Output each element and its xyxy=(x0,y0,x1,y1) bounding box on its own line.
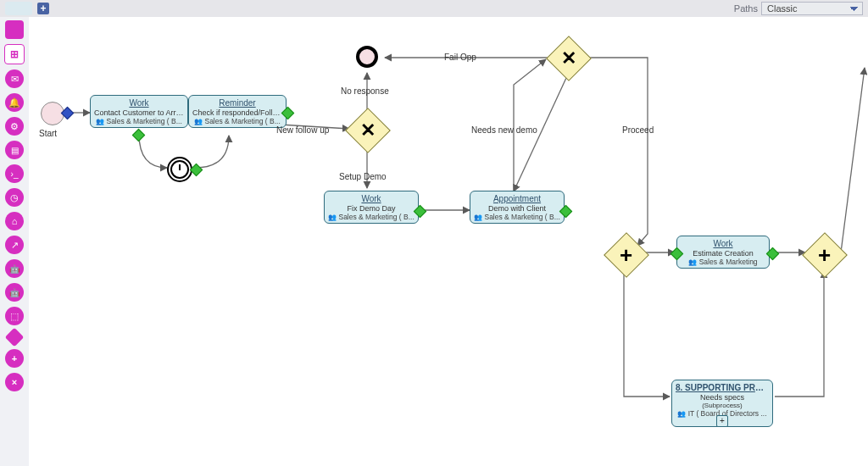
label-proceed: Proceed xyxy=(622,125,654,135)
task-lane: Sales & Marketing ( B... xyxy=(94,117,184,125)
task-supporting-subprocess[interactable]: 8. SUPPORTING PROC... Needs specs (Subpr… xyxy=(671,380,773,427)
label-needs-new-demo: Needs new demo xyxy=(471,125,537,135)
message-tool-icon[interactable]: ✉ xyxy=(5,69,24,88)
end-event-no-response[interactable] xyxy=(356,46,378,68)
task-body: Needs specs xyxy=(676,393,769,402)
parallel-gateway-in[interactable]: + xyxy=(604,232,649,278)
task-lane: Sales & Marketing ( B... xyxy=(474,213,560,221)
task-estimate[interactable]: Work Estimate Creation Sales & Marketing xyxy=(676,236,770,269)
paths-label: Paths xyxy=(734,3,758,14)
paths-select[interactable]: Classic xyxy=(761,2,863,15)
task-lane: Sales & Marketing ( B... xyxy=(192,117,282,125)
data-tool-icon[interactable]: ▤ xyxy=(5,141,24,159)
task-title: Work xyxy=(328,194,415,203)
task-body: Estimate Creation xyxy=(681,249,765,258)
task-appointment[interactable]: Appointment Demo with Client Sales & Mar… xyxy=(470,191,565,224)
canvas[interactable]: Start Work Contact Customer to Arra... S… xyxy=(29,17,868,466)
task-title: Work xyxy=(94,98,184,108)
gateway-tool-icon[interactable] xyxy=(5,328,25,347)
task-reminder[interactable]: Reminder Check if responded/Follow... Sa… xyxy=(188,95,287,128)
robot1-tool-icon[interactable]: 🤖 xyxy=(5,259,24,278)
cloud-tool-icon[interactable]: ⌂ xyxy=(5,212,24,230)
task-title: Reminder xyxy=(192,98,282,108)
label-fail-opp: Fail Opp xyxy=(444,53,476,62)
label-no-response: No response xyxy=(341,86,389,96)
gears-tool-icon[interactable]: ⚙ xyxy=(5,117,24,136)
task-sub: (Subprocess) xyxy=(676,402,769,409)
task-contact[interactable]: Work Contact Customer to Arra... Sales &… xyxy=(90,95,188,128)
assign-tool-icon[interactable]: ⬚ xyxy=(5,307,24,325)
task-body: Contact Customer to Arra... xyxy=(94,108,184,117)
add-tab-button[interactable]: + xyxy=(37,3,49,14)
task-title: Work xyxy=(681,239,765,248)
label-setup-demo: Setup Demo xyxy=(339,172,387,181)
task-lane: Sales & Marketing xyxy=(681,258,765,266)
subprocess-marker-icon: + xyxy=(716,415,728,427)
start-label: Start xyxy=(39,129,57,138)
task-title: 8. SUPPORTING PROC... xyxy=(676,383,769,392)
add-tool-icon[interactable]: + xyxy=(5,349,24,368)
tool-palette: ⊞ ✉ 🔔 ⚙ ▤ ›_ ◷ ⌂ ↗ 🤖 🤖 ⬚ + × xyxy=(0,17,30,466)
parallel-gateway-out[interactable]: + xyxy=(802,232,848,278)
cancel-tool-icon[interactable]: × xyxy=(5,373,24,391)
task-lane: Sales & Marketing ( B... xyxy=(328,213,415,221)
gateway-after-reminder[interactable]: ✕ xyxy=(345,108,391,153)
more-tool-icon[interactable]: ›_ xyxy=(5,164,24,183)
topbar: + Paths Classic xyxy=(0,0,868,18)
task-body: Check if responded/Follow... xyxy=(192,108,282,117)
gateway-after-demo[interactable]: ✕ xyxy=(546,36,592,81)
task-tool-icon[interactable] xyxy=(5,20,24,39)
robot2-tool-icon[interactable]: 🤖 xyxy=(5,283,24,302)
task-title: Appointment xyxy=(474,194,560,203)
home-chip[interactable] xyxy=(5,2,32,15)
timer-tool-icon[interactable]: ◷ xyxy=(5,188,24,207)
notify-tool-icon[interactable]: 🔔 xyxy=(5,93,24,112)
port xyxy=(132,129,146,142)
task-body: Demo with Client xyxy=(474,204,560,213)
task-fix-demo[interactable]: Work Fix Demo Day Sales & Marketing ( B.… xyxy=(324,191,419,224)
label-new-follow-up: New follow up xyxy=(276,125,329,135)
subprocess-tool-icon[interactable]: ⊞ xyxy=(4,44,25,64)
export-tool-icon[interactable]: ↗ xyxy=(5,236,24,254)
task-body: Fix Demo Day xyxy=(328,204,415,213)
